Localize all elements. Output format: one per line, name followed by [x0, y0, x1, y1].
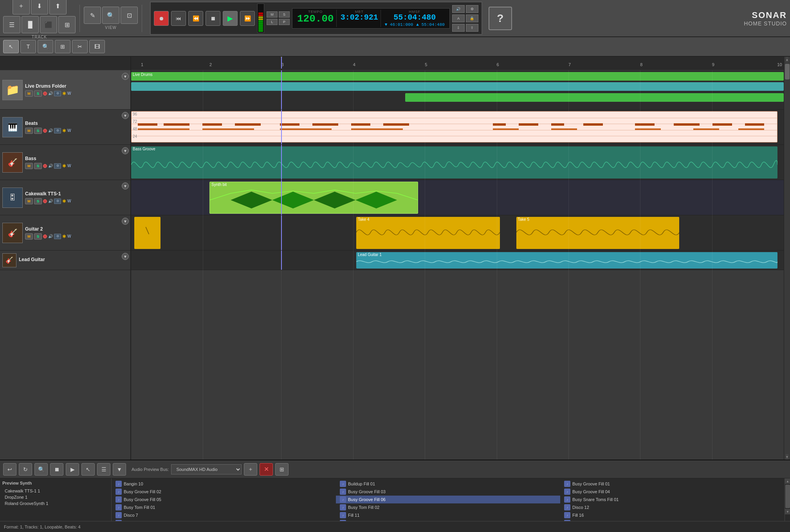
- extra-btn1[interactable]: 🔊: [452, 5, 465, 13]
- beats-mute-btn[interactable]: M: [25, 128, 33, 134]
- extra-btn5[interactable]: ⇩: [452, 24, 465, 32]
- beats-expand-btn[interactable]: ▼: [122, 112, 129, 119]
- mbt-value[interactable]: 3:02:921: [341, 14, 378, 22]
- track-row-guitar2[interactable]: Take 4 Take 5: [131, 215, 784, 251]
- track-row-bass[interactable]: Bass Groove: [131, 145, 784, 180]
- track-grid-button[interactable]: ⊞: [58, 16, 76, 33]
- guitar2-record-dot[interactable]: [43, 234, 47, 238]
- cakewalk-w-btn[interactable]: ⚙: [54, 198, 61, 204]
- guitar2-solo-btn[interactable]: S: [34, 233, 42, 240]
- cakewalk-expand-btn[interactable]: ▼: [122, 182, 129, 189]
- bt-cursor-btn[interactable]: ↖: [81, 463, 95, 476]
- track-view-button[interactable]: ☰: [3, 16, 20, 33]
- scissors-tool[interactable]: ✂: [72, 40, 88, 53]
- bt-add-btn[interactable]: ＋: [244, 463, 257, 476]
- browser-item-5[interactable]: ♪Busy Groove Fill 04: [560, 488, 785, 496]
- bt-grid-btn[interactable]: ⊞: [275, 463, 289, 476]
- track-screenshot-button[interactable]: ⬛: [40, 16, 57, 33]
- guitar2-expand-btn[interactable]: ▼: [122, 218, 129, 225]
- beats-clip[interactable]: [131, 111, 777, 142]
- magnify-tool[interactable]: 🔍: [38, 40, 53, 53]
- browser-item-9[interactable]: ♪Busy Tom Fill 01: [112, 503, 336, 511]
- goto-start-button[interactable]: ⏮: [171, 11, 186, 26]
- browser-item-7[interactable]: ♪Busy Groove Fill 06: [336, 496, 560, 503]
- bt-close-btn[interactable]: ✕: [260, 463, 273, 476]
- lead-guitar-clip[interactable]: Lead Guitar 1: [356, 252, 777, 269]
- play-button[interactable]: ▶: [223, 11, 238, 26]
- beats-record-dot[interactable]: [43, 129, 47, 133]
- ld-mute-btn[interactable]: M: [25, 90, 33, 97]
- view-btn3[interactable]: ⊡: [121, 7, 138, 24]
- bt-search-btn[interactable]: 🔍: [34, 463, 48, 476]
- track-row-leadguitar[interactable]: Lead Guitar 1: [131, 251, 784, 270]
- browser-v-scroll[interactable]: ▲ ▼: [785, 478, 790, 521]
- beats-star-icon[interactable]: ✱: [62, 128, 66, 133]
- guitar2-w-btn[interactable]: ⚙: [54, 234, 61, 239]
- fast-forward-button[interactable]: ⏩: [240, 11, 255, 26]
- ld-star-icon[interactable]: ✱: [62, 91, 66, 96]
- synth-clip[interactable]: Synth bit: [209, 182, 418, 214]
- guitar2-star-icon[interactable]: ✱: [62, 234, 66, 239]
- bt-dropdown-btn[interactable]: ▼: [113, 463, 126, 476]
- scroll-up-btn[interactable]: ▲: [786, 57, 789, 62]
- browser-item-2[interactable]: ♪Busy Groove Fill 01: [560, 480, 785, 488]
- bass-star-icon[interactable]: ✱: [62, 163, 66, 169]
- extra-btn2[interactable]: ⚙: [466, 5, 478, 13]
- ld-solo-btn[interactable]: S: [34, 90, 42, 97]
- synth-item-1[interactable]: DropZone 1: [2, 494, 109, 500]
- hmsf-value[interactable]: 55:04:480: [393, 14, 436, 22]
- live-drums-clip-3[interactable]: [405, 93, 784, 102]
- scroll-thumb[interactable]: [785, 64, 790, 79]
- browser-scroll-thumb[interactable]: [785, 485, 790, 508]
- bass-mute-btn[interactable]: M: [25, 163, 33, 169]
- browser-item-8[interactable]: ♪Busy Snare Toms Fill 01: [560, 496, 785, 503]
- record-button[interactable]: ⏺: [154, 11, 169, 26]
- bass-audio-icon[interactable]: 🔊: [48, 164, 53, 168]
- track-row-cakewalk[interactable]: Synth bit: [131, 180, 784, 215]
- ld-record-dot[interactable]: [43, 92, 47, 96]
- audio-bus-select[interactable]: SoundMAX HD Audio: [171, 464, 242, 474]
- browser-scroll-down[interactable]: ▼: [785, 509, 790, 514]
- browser-item-6[interactable]: ♪Busy Groove Fill 05: [112, 496, 336, 503]
- live-drums-clip-2[interactable]: [131, 82, 784, 91]
- scroll-down-btn[interactable]: ▼: [786, 454, 789, 460]
- bass-w2[interactable]: W: [67, 164, 71, 168]
- cakewalk-w2[interactable]: W: [67, 199, 71, 203]
- bass-clip[interactable]: Bass Groove: [131, 146, 777, 179]
- track-meter-button[interactable]: ▐▌: [22, 16, 39, 33]
- guitar2-take4-clip[interactable]: Take 4: [356, 217, 500, 249]
- browser-item-10[interactable]: ♪Busy Tom Fill 02: [336, 503, 560, 511]
- synth-item-2[interactable]: Roland GrooveSynth 1: [2, 500, 109, 507]
- bass-w-btn[interactable]: ⚙: [54, 163, 61, 169]
- browser-item-14[interactable]: ♪Fill 16: [560, 511, 785, 519]
- stop-button[interactable]: ⏹: [206, 11, 220, 26]
- track-row-live-drums[interactable]: Live Drums: [131, 70, 784, 110]
- help-button[interactable]: ?: [489, 7, 512, 30]
- marquee-tool[interactable]: ⊞: [55, 40, 70, 53]
- view-btn1[interactable]: ✎: [84, 7, 101, 24]
- bass-record-dot[interactable]: [43, 164, 47, 168]
- browser-scroll-up[interactable]: ▲: [785, 478, 790, 484]
- view-btn2[interactable]: 🔍: [102, 7, 119, 24]
- guitar2-clip-1[interactable]: [134, 217, 161, 249]
- rewind-button[interactable]: ⏪: [188, 11, 203, 26]
- cakewalk-solo-btn[interactable]: S: [34, 198, 42, 204]
- browser-item-12[interactable]: ♪Disco 7: [112, 511, 336, 519]
- ld-w2[interactable]: W: [67, 91, 71, 96]
- browser-item-3[interactable]: ♪Busy Groove Fill 02: [112, 488, 336, 496]
- synth-item-0[interactable]: Cakewalk TTS-1 1: [2, 488, 109, 494]
- tempo-value[interactable]: 120.00: [297, 14, 334, 24]
- l-button[interactable]: L: [267, 19, 278, 25]
- extra-btn3[interactable]: A: [452, 14, 465, 22]
- s-button[interactable]: S: [279, 11, 290, 18]
- beats-audio-icon[interactable]: 🔊: [48, 128, 53, 133]
- leadguitar-expand-btn[interactable]: ▼: [122, 253, 129, 260]
- ld-expand-btn[interactable]: ▼: [122, 73, 129, 80]
- select-tool[interactable]: ↖: [3, 40, 19, 53]
- cakewalk-star-icon[interactable]: ✱: [62, 198, 66, 204]
- bt-back-btn[interactable]: ↩: [3, 463, 16, 476]
- browser-item-0[interactable]: ♪Bangin 10: [112, 480, 336, 488]
- ld-audio-icon[interactable]: 🔊: [48, 91, 53, 96]
- extra-btn4[interactable]: 🔒: [466, 14, 478, 22]
- v-scrollbar[interactable]: ▲ ▼: [784, 57, 790, 460]
